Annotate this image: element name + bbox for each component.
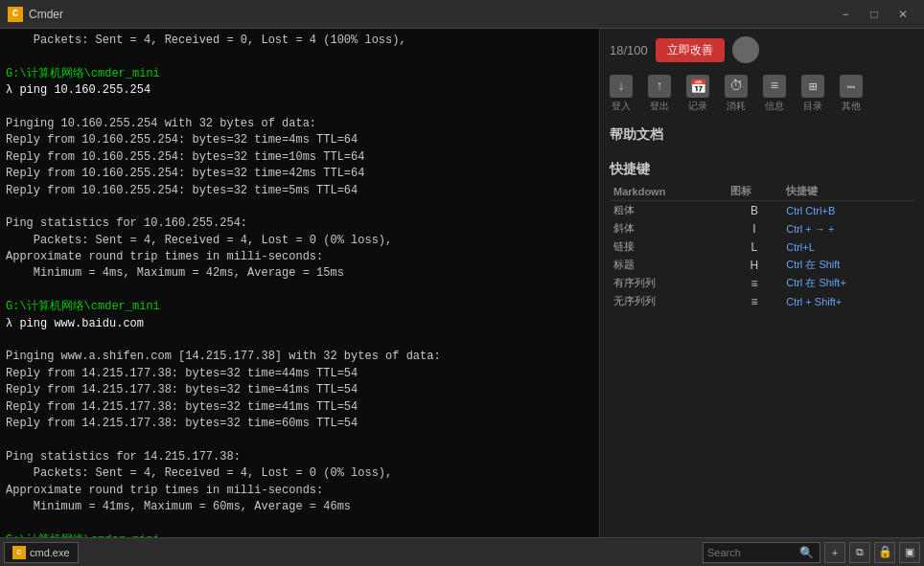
grid-icon: ⊞	[801, 75, 824, 98]
window-controls: − □ ✕	[832, 5, 916, 24]
shortcut-row: 无序列列 ≡ Ctrl + Shift+	[610, 292, 914, 310]
terminal-line: λ ping 10.160.255.254	[6, 82, 593, 99]
terminal-line: λ ping www.baidu.com	[6, 316, 593, 332]
window-button[interactable]: ⧉	[849, 542, 870, 563]
icon-toolbar: ↓ 登入 ↑ 登出 📅 记录 ⏱ 消耗 ≡ 信息	[610, 71, 914, 117]
window-title: Cmder	[29, 8, 63, 21]
shortcut-key: Ctrl+L	[782, 238, 914, 256]
terminal-line	[6, 515, 593, 532]
main-area: Packets: Sent = 4, Received = 0, Lost = …	[0, 29, 924, 537]
terminal-line: Reply from 10.160.255.254: bytes=32 time…	[6, 183, 593, 199]
terminal-line	[6, 49, 593, 65]
shortcut-icon: H	[727, 256, 783, 274]
terminal-line: Reply from 10.160.255.254: bytes=32 time…	[6, 132, 593, 148]
shortcut-markdown: 标题	[610, 256, 727, 274]
terminal[interactable]: Packets: Sent = 4, Received = 0, Lost = …	[0, 29, 599, 537]
shortcut-row: 斜体 I Ctrl + → +	[610, 219, 914, 238]
terminal-line: Reply from 14.215.177.38: bytes=32 time=…	[6, 399, 593, 416]
terminal-line: Reply from 14.215.177.38: bytes=32 time=…	[6, 416, 593, 432]
shortcut-col-icon: 图标	[727, 182, 783, 201]
title-bar-left: C Cmder	[8, 7, 63, 22]
shortcut-markdown: 斜体	[610, 219, 727, 238]
close-button[interactable]: ✕	[889, 5, 916, 24]
improve-button[interactable]: 立即改善	[656, 38, 725, 62]
more-icon: ⋯	[840, 75, 863, 98]
help-section-title: 帮助文档	[610, 126, 914, 144]
shortcut-icon: L	[727, 238, 783, 256]
terminal-line: Minimum = 41ms, Maximum = 60ms, Average …	[6, 499, 593, 515]
shortcut-table: Markdown 图标 快捷键 粗体 B Ctrl Ctrl+B 斜体 I Ct…	[610, 182, 914, 310]
title-bar: C Cmder − □ ✕	[0, 0, 924, 29]
shortcut-row: 有序列列 ≡ Ctrl 在 Shift+	[610, 274, 914, 292]
terminal-line: Reply from 14.215.177.38: bytes=32 time=…	[6, 366, 593, 382]
toolbar-share[interactable]: ↑ 登出	[648, 75, 671, 113]
shortcut-icon: I	[727, 219, 783, 238]
toolbar-download[interactable]: ↓ 登入	[610, 75, 633, 113]
terminal-line: Reply from 10.160.255.254: bytes=32 time…	[6, 149, 593, 166]
terminal-line: Reply from 14.215.177.38: bytes=32 time=…	[6, 382, 593, 398]
lock-icon: 🔒	[874, 542, 895, 563]
toolbar-clock[interactable]: ⏱ 消耗	[725, 75, 748, 113]
grid-label: 目录	[803, 100, 822, 113]
terminal-line: Approximate round trip times in milli-se…	[6, 483, 593, 499]
terminal-line: Reply from 10.160.255.254: bytes=32 time…	[6, 166, 593, 182]
shortcut-key: Ctrl 在 Shift+	[782, 274, 914, 292]
taskbar-app-icon: C	[12, 546, 26, 559]
terminal-line: Pinging www.a.shifen.com [14.215.177.38]…	[6, 349, 593, 365]
toolbar-more[interactable]: ⋯ 其他	[840, 75, 863, 113]
counter-text: 18/100	[610, 43, 648, 57]
shortcut-markdown: 粗体	[610, 201, 727, 220]
terminal-line: Minimum = 4ms, Maximum = 42ms, Average =…	[6, 265, 593, 282]
share-label: 登出	[650, 100, 669, 113]
add-tab-button[interactable]: +	[824, 542, 845, 563]
shortcut-icon: ≡	[727, 292, 783, 310]
shortcut-row: 粗体 B Ctrl Ctrl+B	[610, 201, 914, 220]
terminal-line	[6, 283, 593, 299]
search-box: 🔍	[703, 542, 820, 563]
list-icon: ≡	[763, 75, 786, 98]
shortcut-key: Ctrl Ctrl+B	[782, 201, 914, 220]
shortcut-key: Ctrl + → +	[782, 219, 914, 238]
terminal-line: G:\计算机网络\cmder_mini	[6, 299, 593, 315]
taskbar-app-label: cmd.exe	[30, 547, 70, 558]
toolbar-calendar[interactable]: 📅 记录	[686, 75, 709, 113]
toolbar-list[interactable]: ≡ 信息	[763, 75, 786, 113]
terminal-line: Ping statistics for 10.160.255.254:	[6, 215, 593, 232]
terminal-line	[6, 432, 593, 448]
calendar-label: 记录	[688, 100, 707, 113]
calendar-icon: 📅	[686, 75, 709, 98]
avatar	[732, 36, 759, 63]
layout-button[interactable]: ▣	[899, 542, 920, 563]
more-label: 其他	[842, 100, 861, 113]
shortcut-col-markdown: Markdown	[610, 182, 727, 201]
shortcut-icon: B	[727, 201, 783, 220]
terminal-line	[6, 100, 593, 116]
shortcut-icon: ≡	[727, 274, 783, 292]
search-button[interactable]: 🔍	[797, 546, 816, 559]
shortcut-key: Ctrl 在 Shift	[782, 256, 914, 274]
taskbar-app[interactable]: C cmd.exe	[4, 542, 79, 563]
search-input[interactable]	[707, 547, 794, 558]
shortcut-row: 标题 H Ctrl 在 Shift	[610, 256, 914, 274]
download-icon: ↓	[610, 75, 633, 98]
toolbar-grid[interactable]: ⊞ 目录	[801, 75, 824, 113]
terminal-line: Packets: Sent = 4, Received = 0, Lost = …	[6, 33, 593, 49]
terminal-line: Packets: Sent = 4, Received = 4, Lost = …	[6, 465, 593, 482]
terminal-line	[6, 332, 593, 349]
minimize-button[interactable]: −	[832, 5, 859, 24]
shortcut-markdown: 有序列列	[610, 274, 727, 292]
shortcut-col-key: 快捷键	[782, 182, 914, 201]
app-icon: C	[8, 7, 23, 22]
clock-icon: ⏱	[725, 75, 748, 98]
maximize-button[interactable]: □	[861, 5, 888, 24]
terminal-line	[6, 199, 593, 215]
share-icon: ↑	[648, 75, 671, 98]
counter-row: 18/100 立即改善	[610, 36, 914, 63]
clock-label: 消耗	[727, 100, 746, 113]
terminal-line: Approximate round trip times in milli-se…	[6, 249, 593, 265]
right-panel: 18/100 立即改善 ↓ 登入 ↑ 登出 📅 记录 ⏱	[599, 29, 924, 537]
shortcut-key: Ctrl + Shift+	[782, 292, 914, 310]
shortcut-row: 链接 L Ctrl+L	[610, 238, 914, 256]
terminal-line: Ping statistics for 14.215.177.38:	[6, 449, 593, 465]
shortcut-markdown: 链接	[610, 238, 727, 256]
